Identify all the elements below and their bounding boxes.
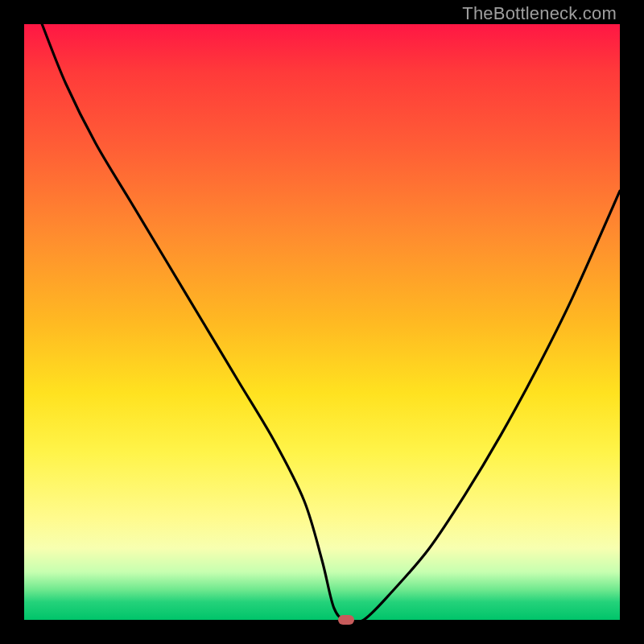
chart-frame: TheBottleneck.com: [0, 0, 644, 644]
minimum-marker: [338, 615, 354, 625]
bottleneck-curve: [24, 24, 620, 620]
plot-area: [24, 24, 620, 620]
watermark-text: TheBottleneck.com: [462, 3, 617, 24]
